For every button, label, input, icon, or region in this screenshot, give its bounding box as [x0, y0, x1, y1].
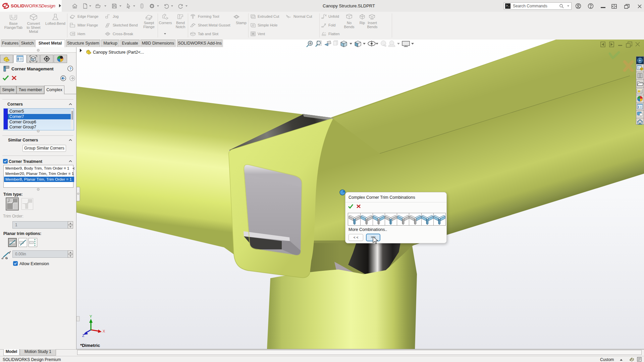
svg-text:Z: Z [82, 334, 85, 338]
svg-text:?: ? [69, 67, 72, 71]
svg-text:G: G [5, 256, 8, 260]
svg-text:Canopy Structure (Part2<...: Canopy Structure (Part2<... [93, 50, 144, 55]
svg-text:*Dimetric: *Dimetric [80, 343, 100, 348]
svg-text:Design: Design [41, 3, 55, 8]
svg-text:X: X [103, 329, 105, 333]
svg-text:Y: Y [90, 314, 92, 318]
svg-text:SOLIDWORKS: SOLIDWORKS [11, 3, 42, 8]
